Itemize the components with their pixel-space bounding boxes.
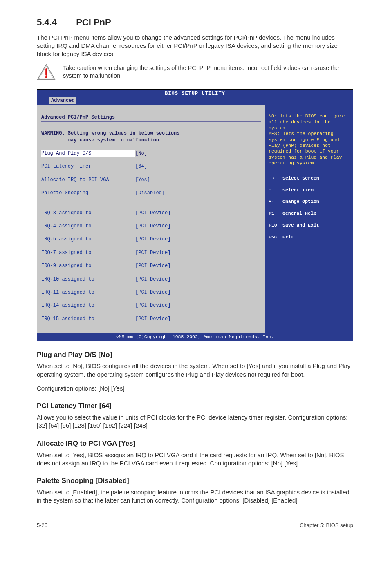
section-heading: 5.4.4 PCI PnP bbox=[37, 16, 353, 29]
bios-tab-row: Advanced bbox=[37, 97, 353, 105]
legend-key: +- bbox=[269, 199, 282, 204]
bios-row-label: PCI Latency Timer bbox=[41, 163, 135, 170]
bios-right-pane: NO: lets the BIOS configure all the devi… bbox=[265, 105, 353, 333]
bios-row-value: [64] bbox=[135, 163, 147, 170]
bios-row-value: [PCI Device] bbox=[135, 263, 170, 269]
bios-row[interactable]: IRQ-3 assigned to[PCI Device] bbox=[41, 210, 261, 216]
bios-row[interactable]: Allocate IRQ to PCI VGA[Yes] bbox=[41, 177, 261, 183]
legend-key: F1 bbox=[269, 211, 282, 216]
legend-label: Exit bbox=[282, 234, 294, 240]
legend-label: Save and Exit bbox=[282, 222, 319, 228]
legend-label: Change Option bbox=[282, 199, 319, 204]
bios-row[interactable]: IRQ-14 assigned to[PCI Device] bbox=[41, 302, 261, 309]
bios-row-label: Plug And Play O/S bbox=[41, 150, 135, 157]
bios-row-value: [PCI Device] bbox=[135, 210, 170, 216]
sub-irqvga-body: When set to [Yes], BIOS assigns an IRQ t… bbox=[37, 451, 353, 468]
legend-key: ↑↓ bbox=[269, 187, 282, 193]
bios-row-value: [PCI Device] bbox=[135, 236, 170, 242]
bios-title: BIOS SETUP UTILITY bbox=[37, 90, 353, 97]
bios-row[interactable]: IRQ-7 assigned to[PCI Device] bbox=[41, 249, 261, 256]
bios-row-label: Palette Snooping bbox=[41, 190, 135, 196]
bios-row-value: [PCI Device] bbox=[135, 249, 170, 256]
bios-row-value: [PCI Device] bbox=[135, 289, 170, 296]
bios-row-value: [PCI Device] bbox=[135, 276, 170, 283]
bios-row-label: IRQ-15 assigned to bbox=[41, 316, 135, 322]
bios-row[interactable]: IRQ-4 assigned to[PCI Device] bbox=[41, 223, 261, 229]
sub-latency-title: PCI Latency Timer [64] bbox=[37, 402, 353, 411]
bios-row[interactable]: IRQ-10 assigned to[PCI Device] bbox=[41, 276, 261, 283]
footer-left: 5-26 bbox=[37, 522, 47, 529]
bios-panel-title: Advanced PCI/PnP Settings bbox=[41, 114, 115, 120]
bios-row[interactable]: Plug And Play O/S[No] bbox=[41, 150, 261, 157]
sub-irqvga-title: Allocate IRQ to PCI VGA [Yes] bbox=[37, 439, 353, 449]
bios-row[interactable]: Palette Snooping[Disabled] bbox=[41, 190, 261, 196]
bios-row[interactable]: PCI Latency Timer[64] bbox=[41, 163, 261, 170]
sub-plug-title: Plug and Play O/S [No] bbox=[37, 350, 353, 360]
caution-callout: Take caution when changing the settings … bbox=[37, 64, 353, 80]
bios-row-label: IRQ-9 assigned to bbox=[41, 263, 135, 269]
bios-row-value: [PCI Device] bbox=[135, 223, 170, 229]
caution-text: Take caution when changing the settings … bbox=[63, 64, 353, 80]
bios-panel: BIOS SETUP UTILITY Advanced Advanced PCI… bbox=[37, 89, 353, 341]
bios-tab-advanced[interactable]: Advanced bbox=[49, 97, 76, 104]
legend-key: ESC bbox=[269, 234, 282, 240]
sub-palette-title: Palette Snooping [Disabled] bbox=[37, 476, 353, 486]
legend-label: Select Screen bbox=[282, 175, 319, 181]
bios-row-value: [No] bbox=[135, 150, 147, 157]
bios-legend: ←→Select Screen ↑↓Select Item +-Change O… bbox=[269, 170, 350, 246]
bios-row-value: [PCI Device] bbox=[135, 316, 170, 322]
bios-row-value: [Yes] bbox=[135, 177, 150, 183]
bios-row[interactable]: IRQ-9 assigned to[PCI Device] bbox=[41, 263, 261, 269]
sub-palette-body: When set to [Enabled], the palette snoop… bbox=[37, 488, 353, 505]
caution-icon bbox=[37, 64, 56, 80]
legend-label: Select Item bbox=[282, 187, 314, 193]
bios-row-label: IRQ-4 assigned to bbox=[41, 223, 135, 229]
bios-row-label: IRQ-14 assigned to bbox=[41, 302, 135, 309]
sub-plug-opts: Configuration options: [No] [Yes] bbox=[37, 384, 353, 393]
bios-footer: vMM.mm (C)Copyright 1985-2002, American … bbox=[37, 333, 353, 341]
sub-plug-body: When set to [No], BIOS configures all th… bbox=[37, 362, 353, 379]
bios-row[interactable]: IRQ-11 assigned to[PCI Device] bbox=[41, 289, 261, 296]
bios-row-value: [Disabled] bbox=[135, 190, 165, 196]
sub-latency-body: Allows you to select the value in units … bbox=[37, 413, 353, 430]
bios-row-value: [PCI Device] bbox=[135, 302, 170, 309]
bios-help-text: NO: lets the BIOS configure all the devi… bbox=[269, 113, 347, 166]
section-title: PCI PnP bbox=[76, 17, 111, 27]
bios-row-label: IRQ-5 assigned to bbox=[41, 236, 135, 242]
bios-warning-l1: WARNING: Setting wrong values in below s… bbox=[41, 130, 179, 136]
section-number: 5.4.4 bbox=[37, 16, 74, 29]
bios-warning-l2: may cause system to malfunction. bbox=[41, 137, 162, 143]
bios-row-label: IRQ-11 assigned to bbox=[41, 289, 135, 296]
page-footer: 5-26 Chapter 5: BIOS setup bbox=[37, 519, 353, 529]
bios-left-pane: Advanced PCI/PnP Settings WARNING: Setti… bbox=[37, 105, 265, 333]
legend-label: General Help bbox=[282, 211, 316, 216]
bios-row-label: IRQ-7 assigned to bbox=[41, 249, 135, 256]
bios-row-label: IRQ-3 assigned to bbox=[41, 210, 135, 216]
section-intro: The PCI PnP menu items allow you to chan… bbox=[37, 34, 353, 58]
footer-right: Chapter 5: BIOS setup bbox=[300, 522, 353, 529]
bios-row-label: IRQ-10 assigned to bbox=[41, 276, 135, 283]
bios-row[interactable]: IRQ-5 assigned to[PCI Device] bbox=[41, 236, 261, 242]
svg-point-3 bbox=[45, 76, 47, 78]
legend-key: ←→ bbox=[269, 175, 282, 181]
bios-row-label: Allocate IRQ to PCI VGA bbox=[41, 177, 135, 183]
bios-row[interactable]: IRQ-15 assigned to[PCI Device] bbox=[41, 316, 261, 322]
legend-key: F10 bbox=[269, 222, 282, 228]
